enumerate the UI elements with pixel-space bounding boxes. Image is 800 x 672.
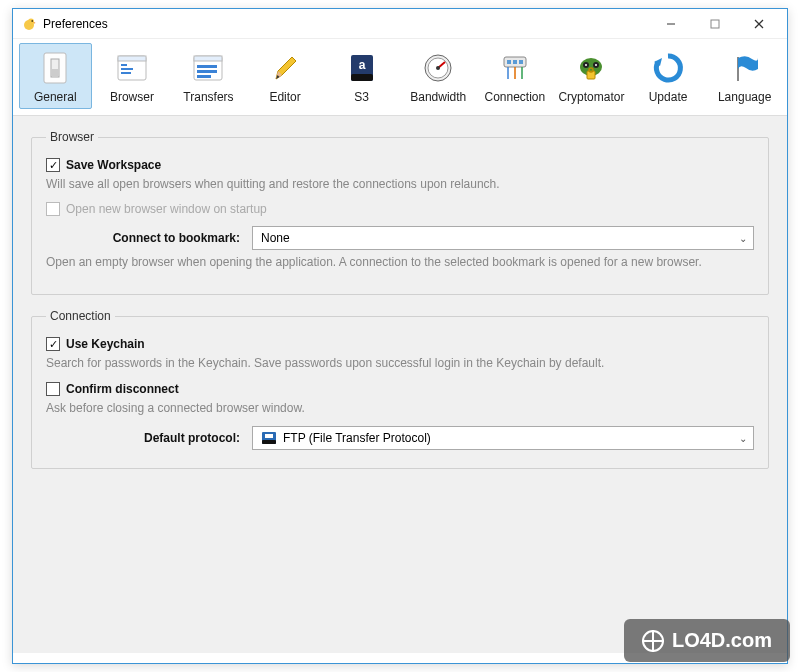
tab-s3[interactable]: a S3 [325,43,398,109]
save-workspace-label: Save Workspace [66,158,161,172]
app-icon [21,16,37,32]
svg-rect-12 [121,64,127,66]
svg-rect-16 [194,56,222,61]
svg-rect-48 [265,434,273,438]
group-connection: Connection ✓ Use Keychain Search for pas… [31,309,769,468]
bandwidth-icon [418,50,458,86]
svg-rect-18 [197,70,217,73]
general-icon [35,50,75,86]
cryptomator-icon [571,50,611,86]
svg-rect-13 [121,68,133,70]
tab-label: Bandwidth [410,90,466,104]
tab-label: Transfers [183,90,233,104]
tab-label: Cryptomator [558,90,624,104]
window-title: Preferences [43,17,108,31]
svg-rect-17 [197,65,217,68]
tab-general[interactable]: General [19,43,92,109]
svg-text:a: a [358,58,365,72]
ftp-icon [261,430,277,446]
tab-label: Connection [485,90,546,104]
tab-language[interactable]: Language [708,43,781,109]
watermark: LO4D.com [624,619,790,662]
tab-cryptomator[interactable]: Cryptomator [555,43,628,109]
tab-update[interactable]: Update [632,43,705,109]
tab-label: Editor [269,90,300,104]
tab-bandwidth[interactable]: Bandwidth [402,43,475,109]
svg-point-40 [585,64,587,66]
group-browser-legend: Browser [46,130,98,144]
language-icon [725,50,765,86]
group-browser: Browser ✓ Save Workspace Will save all o… [31,130,769,295]
default-protocol-value: FTP (File Transfer Protocol) [283,431,431,445]
svg-rect-33 [519,60,523,64]
open-new-window-checkbox [46,202,60,216]
s3-icon: a [342,50,382,86]
use-keychain-checkbox[interactable]: ✓ [46,337,60,351]
confirm-disconnect-label: Confirm disconnect [66,382,179,396]
connect-bookmark-value: None [261,231,290,245]
svg-rect-11 [118,56,146,61]
use-keychain-label: Use Keychain [66,337,145,351]
save-workspace-desc: Will save all open browsers when quittin… [46,176,754,192]
tab-label: Update [649,90,688,104]
svg-point-1 [28,18,34,24]
svg-rect-47 [262,440,276,444]
chevron-down-icon: ⌄ [739,233,747,244]
default-protocol-label: Default protocol: [46,431,246,445]
open-new-window-label: Open new browser window on startup [66,202,267,216]
svg-rect-32 [513,60,517,64]
default-protocol-select[interactable]: FTP (File Transfer Protocol) ⌄ [252,426,754,450]
svg-rect-9 [52,69,58,76]
tab-label: S3 [354,90,369,104]
preferences-window: Preferences General Browser [12,8,788,664]
tab-label: Browser [110,90,154,104]
tab-browser[interactable]: Browser [96,43,169,109]
use-keychain-desc: Search for passwords in the Keychain. Sa… [46,355,754,371]
tab-label: Language [718,90,771,104]
watermark-text: LO4D.com [672,629,772,652]
svg-rect-24 [351,74,373,81]
save-workspace-checkbox[interactable]: ✓ [46,158,60,172]
tab-editor[interactable]: Editor [249,43,322,109]
connect-bookmark-select[interactable]: None ⌄ [252,226,754,250]
svg-point-29 [436,66,440,70]
update-icon [648,50,688,86]
confirm-disconnect-checkbox[interactable] [46,382,60,396]
browser-icon [112,50,152,86]
svg-rect-14 [121,72,131,74]
maximize-button[interactable] [693,10,737,38]
minimize-button[interactable] [649,10,693,38]
titlebar: Preferences [13,9,787,39]
connect-bookmark-label: Connect to bookmark: [46,231,246,245]
svg-rect-31 [507,60,511,64]
preferences-toolbar: General Browser Transfers Editor a S3 [13,39,787,115]
transfers-icon [188,50,228,86]
tab-transfers[interactable]: Transfers [172,43,245,109]
svg-point-2 [31,20,33,22]
connect-bookmark-desc: Open an empty browser when opening the a… [46,254,754,270]
confirm-disconnect-desc: Ask before closing a connected browser w… [46,400,754,416]
tab-label: General [34,90,77,104]
close-button[interactable] [737,10,781,38]
content-pane: Browser ✓ Save Workspace Will save all o… [13,115,787,653]
svg-rect-4 [711,20,719,28]
tab-connection[interactable]: Connection [479,43,552,109]
globe-icon [642,630,664,652]
group-connection-legend: Connection [46,309,115,323]
editor-icon [265,50,305,86]
chevron-down-icon: ⌄ [739,432,747,443]
svg-point-41 [595,64,597,66]
connection-icon [495,50,535,86]
svg-rect-19 [197,75,211,78]
